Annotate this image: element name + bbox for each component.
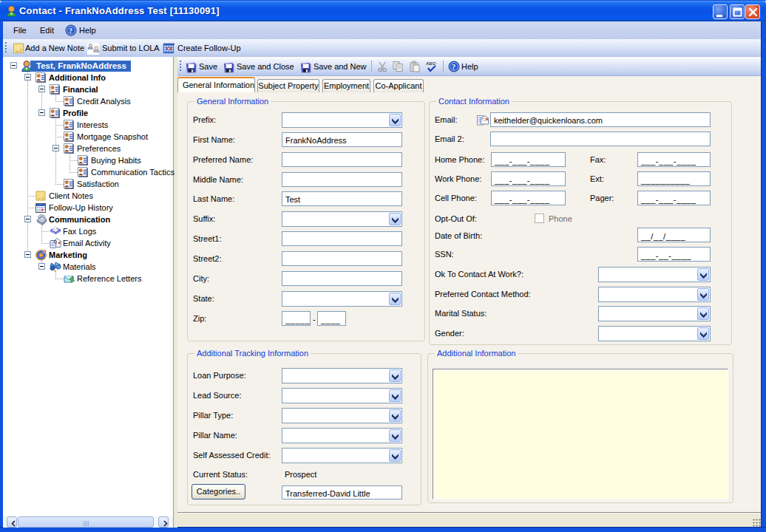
svg-text:ABC: ABC: [426, 61, 436, 66]
svg-text:?: ?: [69, 27, 72, 35]
svg-text:?: ?: [452, 63, 455, 71]
